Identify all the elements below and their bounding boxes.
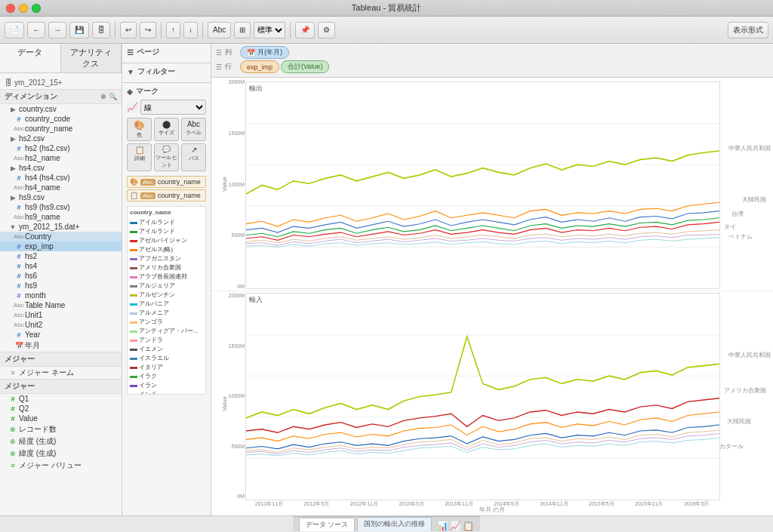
- legend-item[interactable]: イラン: [130, 381, 203, 390]
- field-hs2[interactable]: # hs2 (hs2.csv): [0, 143, 122, 153]
- legend-item[interactable]: アフガニスタン: [130, 254, 203, 263]
- toolbar-view-mode[interactable]: ⊞: [234, 22, 251, 38]
- field-hs2-ym[interactable]: # hs2: [0, 251, 122, 261]
- field-hs9[interactable]: # hs9 (hs9.csv): [0, 202, 122, 212]
- field-q1[interactable]: # Q1: [0, 394, 122, 404]
- sheet-tab-main[interactable]: 国別の輸出入の推移: [357, 517, 432, 531]
- toolbar-sort-asc[interactable]: ↑: [166, 22, 180, 38]
- toolbar-forward[interactable]: →: [48, 22, 66, 38]
- field-country[interactable]: Abc Country: [0, 232, 122, 241]
- label-icon: Abc: [187, 120, 200, 128]
- field-records[interactable]: ⊕ レコード数: [0, 423, 122, 435]
- hash-icon-6: #: [15, 253, 23, 260]
- q2-label: Q2: [19, 404, 29, 413]
- dimensions-actions[interactable]: ⊕ 🔍: [100, 93, 117, 100]
- row-pill-value[interactable]: 合計(Value): [281, 60, 329, 73]
- field-hs4[interactable]: # hs4 (hs4.csv): [0, 173, 122, 183]
- legend-item[interactable]: アルメニア: [130, 309, 203, 318]
- marks-color-btn[interactable]: 🎨 色: [127, 118, 152, 141]
- legend-item[interactable]: アイルランド: [130, 218, 203, 227]
- legend-item[interactable]: イエメン: [130, 345, 203, 354]
- field-hs2-name[interactable]: Abc hs2_name: [0, 153, 122, 163]
- field-country-name[interactable]: Abc country_name: [0, 124, 122, 134]
- marks-label-btn[interactable]: Abc ラベル: [181, 118, 206, 141]
- toolbar-undo[interactable]: ↩: [120, 22, 137, 38]
- field-hs4-ym[interactable]: # hs4: [0, 261, 122, 271]
- legend-item[interactable]: インド: [130, 390, 203, 395]
- measurevalue-label: メジャー バリュー: [19, 460, 82, 471]
- legend-item[interactable]: イタリア: [130, 363, 203, 372]
- display-format-button[interactable]: 表示形式: [728, 22, 768, 38]
- field-unit2[interactable]: Abc Unit2: [0, 320, 122, 330]
- marks-tooltip-btn[interactable]: 💬 ツール ヒント: [154, 143, 179, 171]
- toolbar-fix[interactable]: 📌: [295, 22, 315, 38]
- tab-data[interactable]: データ: [0, 44, 61, 72]
- legend-item[interactable]: アゼルス(略): [130, 245, 203, 254]
- datasource-ym[interactable]: ▼ ym_2012_15.dat+: [0, 222, 122, 232]
- toolbar-back[interactable]: ←: [27, 22, 45, 38]
- legend-item[interactable]: アゼルバイジャン: [130, 236, 203, 245]
- chart-view-icon[interactable]: 📈: [450, 521, 461, 531]
- field-year[interactable]: # Year: [0, 330, 122, 340]
- toolbar-text[interactable]: Abc: [208, 22, 231, 38]
- toolbar-new[interactable]: 📄: [5, 22, 24, 38]
- marks-size-btn[interactable]: ⬤ サイズ: [154, 118, 179, 141]
- legend-item[interactable]: アンゴラ: [130, 318, 203, 327]
- tab-analytics[interactable]: アナリティクス: [61, 44, 122, 72]
- legend-item[interactable]: アメリカ合衆国: [130, 263, 203, 272]
- field-unit1[interactable]: Abc Unit1: [0, 310, 122, 320]
- field-measurevalue[interactable]: ≡ メジャー バリュー: [0, 460, 122, 472]
- field-value[interactable]: # Value: [0, 414, 122, 423]
- unit2-label: Unit2: [25, 321, 42, 329]
- toolbar-settings[interactable]: ⚙: [318, 22, 335, 38]
- field-hs9-ym[interactable]: # hs9: [0, 281, 122, 291]
- toolbar-redo[interactable]: ↪: [140, 22, 156, 38]
- field-longitude[interactable]: ⊕ 経度 (生成): [0, 435, 122, 447]
- datasource-tab[interactable]: データ ソース: [299, 518, 356, 531]
- field-month[interactable]: # month: [0, 291, 122, 300]
- field-yearmonth[interactable]: 📅 年月: [0, 340, 122, 352]
- toolbar-save[interactable]: 💾: [69, 22, 89, 38]
- toolbar-sort-desc[interactable]: ↓: [183, 22, 198, 38]
- legend-item[interactable]: アルバニア: [130, 300, 203, 309]
- toolbar-datasource[interactable]: 🗄: [92, 22, 110, 38]
- title-bar: Tableau - 貿易統計: [0, 0, 773, 17]
- legend-item[interactable]: アンティグア・バー...: [130, 327, 203, 336]
- legend-item[interactable]: イスラエル: [130, 354, 203, 363]
- datasource-hs9-csv[interactable]: ▶ hs9.csv: [0, 192, 122, 202]
- row-pill-expimp[interactable]: exp_imp: [240, 60, 279, 73]
- marks-section-icon: ◈: [127, 88, 133, 96]
- detail-field-label[interactable]: country_name: [158, 192, 201, 199]
- field-latitude[interactable]: ⊕ 緯度 (生成): [0, 447, 122, 460]
- legend-item[interactable]: アルジェリア: [130, 281, 203, 291]
- maximize-button[interactable]: [32, 4, 41, 13]
- field-exp-imp[interactable]: # exp_imp: [0, 241, 122, 251]
- datasource-hs2-csv[interactable]: ▶ hs2.csv: [0, 134, 122, 143]
- legend-item[interactable]: イラク: [130, 372, 203, 381]
- marks-path-btn[interactable]: ↗ パス: [181, 143, 206, 171]
- table-view-icon[interactable]: 📋: [463, 521, 474, 531]
- marks-detail-btn[interactable]: 📋 詳細: [127, 143, 152, 171]
- add-sheet-icon[interactable]: 📊: [437, 521, 448, 531]
- field-hs4-name[interactable]: Abc hs4_name: [0, 183, 122, 192]
- datasource-country-csv[interactable]: ▶ country.csv: [0, 104, 122, 114]
- datasource-hs4-csv[interactable]: ▶ hs4.csv: [0, 163, 122, 173]
- legend-item[interactable]: アルゼンチン: [130, 291, 203, 300]
- color-field-label[interactable]: country_name: [158, 178, 201, 186]
- toolbar-mark-type-select[interactable]: 標準: [254, 22, 285, 38]
- close-button[interactable]: [6, 4, 15, 13]
- legend-item[interactable]: アンドラ: [130, 336, 203, 345]
- field-measurenames[interactable]: ≡ メジャー ネーム: [0, 367, 122, 379]
- field-hs9-name[interactable]: Abc hs9_name: [0, 212, 122, 222]
- legend-item[interactable]: アラブ首長国連邦: [130, 272, 203, 281]
- field-hs6-ym[interactable]: # hs6: [0, 271, 122, 281]
- x-tick-9: 2016年5月: [673, 500, 720, 515]
- column-pill-month[interactable]: 📅 月(年月): [240, 46, 289, 59]
- legend-item[interactable]: アイルランド: [130, 227, 203, 236]
- field-tablename[interactable]: Abc Table Name: [0, 300, 122, 310]
- hs9-name-label: hs9_name: [25, 213, 60, 221]
- marks-type-dropdown[interactable]: 線: [140, 100, 206, 115]
- minimize-button[interactable]: [19, 4, 28, 13]
- field-country-code[interactable]: # country_code: [0, 114, 122, 124]
- field-q2[interactable]: # Q2: [0, 404, 122, 414]
